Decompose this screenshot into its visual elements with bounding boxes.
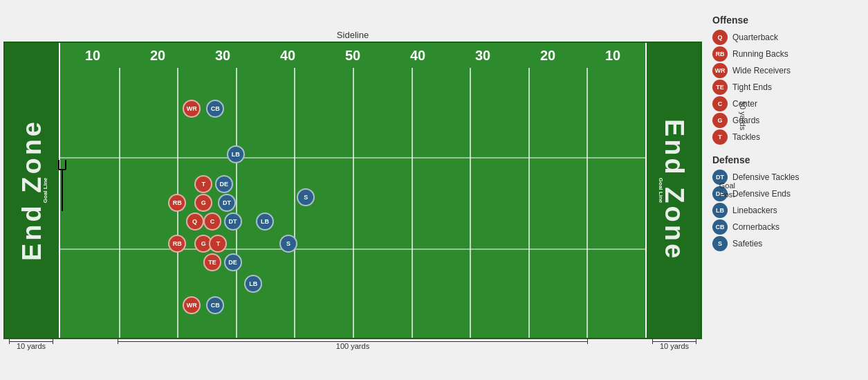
player-lb2: LB <box>256 212 274 230</box>
legend-circle-g: G <box>712 113 728 128</box>
bottom-label-10-right: 10 yards <box>660 342 689 350</box>
legend-label-s: Safeties <box>732 239 762 248</box>
player-wr2: WR <box>183 296 201 314</box>
legend-label-dt: Defensive Tackles <box>732 172 800 182</box>
field-bottom-labels: 10 yards 100 yards 10 yards <box>3 341 702 350</box>
legend-circle-wr: WR <box>712 63 728 78</box>
field-lines-area: WRCBLBTDERBGDTSQCDTLBRBGTSDETELBWRCB <box>60 68 645 338</box>
legend-item-c: C Center <box>712 96 837 111</box>
tick-line-right <box>652 341 696 342</box>
player-rb2: RB <box>168 235 186 253</box>
legend-item-cb: CB Cornerbacks <box>712 219 837 235</box>
end-zone-left: End Zone Goal Line <box>5 43 60 338</box>
yard-line-4 <box>294 68 295 338</box>
end-zone-right: Goal Line End Zone <box>645 43 701 338</box>
field-play-area: 10 20 30 40 50 40 30 20 10 <box>60 43 645 338</box>
yard-num-10b: 10 <box>589 48 636 64</box>
yard-num-10a: 10 <box>69 48 116 64</box>
player-lb3: LB <box>244 275 262 293</box>
bottom-10-right: 10 yards <box>647 341 702 350</box>
player-g1: G <box>194 194 212 212</box>
tick-line-center <box>118 341 588 342</box>
tick-line-left <box>9 341 53 342</box>
bottom-100: 100 yards <box>59 341 647 350</box>
field-wrapper: End Zone Goal Line 10 20 30 40 50 40 30 … <box>3 42 702 339</box>
field-section: Sideline End Zone Goal Line <box>3 30 702 350</box>
legend-item-wr: WR Wide Receivers <box>712 63 837 78</box>
legend-circle-rb: RB <box>712 46 728 62</box>
player-de2: DE <box>224 253 242 271</box>
yard-line-5 <box>353 68 354 338</box>
legend-circle-te: TE <box>712 80 728 95</box>
yard-line-1 <box>119 68 120 338</box>
yard-num-50: 50 <box>329 48 376 64</box>
legend: Offense Q Quarterback RB Running Backs W… <box>712 7 837 253</box>
player-t1: T <box>194 175 212 193</box>
player-te1: TE <box>203 253 221 271</box>
player-q1: Q <box>186 212 204 230</box>
legend-circle-t: T <box>712 129 728 145</box>
player-dt1: DT <box>218 194 236 212</box>
offense-legend: Q Quarterback RB Running Backs WR Wide R… <box>712 30 837 146</box>
player-dt2: DT <box>224 212 242 230</box>
player-rb1: RB <box>168 194 186 212</box>
player-lb1: LB <box>227 145 245 163</box>
player-t2: T <box>209 235 227 253</box>
legend-circle-lb: LB <box>712 203 728 218</box>
legend-circle-c: C <box>712 96 728 111</box>
legend-label-t: Tackles <box>732 132 760 142</box>
legend-label-te: Tight Ends <box>732 82 772 92</box>
main-container: Sideline End Zone Goal Line <box>0 0 868 380</box>
legend-label-q: Quarterback <box>732 33 778 42</box>
player-cb2: CB <box>206 296 224 314</box>
goal-line-left-label: Goal Line <box>41 178 48 203</box>
player-de1: DE <box>215 175 233 193</box>
end-zone-right-text: End Zone <box>659 119 689 261</box>
yard-num-30a: 30 <box>199 48 246 64</box>
yard-line-7 <box>470 68 471 338</box>
player-s1: S <box>297 188 315 206</box>
legend-circle-q: Q <box>712 30 728 45</box>
bottom-label-10-left: 10 yards <box>17 342 46 350</box>
50-yards-label: 50 yards <box>739 101 747 130</box>
legend-label-lb: Linebackers <box>732 206 777 215</box>
defense-title: Defense <box>712 154 837 165</box>
yard-num-20b: 20 <box>524 48 571 64</box>
legend-label-cb: Cornerbacks <box>732 222 779 232</box>
legend-label-wr: Wide Receivers <box>732 66 791 75</box>
yard-line-6 <box>412 68 413 338</box>
yard-numbers: 10 20 30 40 50 40 30 20 10 <box>60 43 645 68</box>
legend-circle-s: S <box>712 236 728 251</box>
player-s2: S <box>279 235 297 253</box>
legend-item-s: S Safeties <box>712 236 837 251</box>
legend-circle-cb: CB <box>712 219 728 235</box>
legend-item-q: Q Quarterback <box>712 30 837 45</box>
yard-num-40b: 40 <box>394 48 441 64</box>
legend-item-te: TE Tight Ends <box>712 80 837 95</box>
yard-num-40a: 40 <box>264 48 311 64</box>
football-field: End Zone Goal Line 10 20 30 40 50 40 30 … <box>3 42 702 339</box>
hash-top <box>60 157 645 159</box>
bottom-10-left: 10 yards <box>3 341 59 350</box>
sideline-label: Sideline <box>337 30 369 40</box>
legend-item-lb: LB Linebackers <box>712 203 837 218</box>
player-cb1: CB <box>206 100 224 118</box>
legend-item-rb: RB Running Backs <box>712 46 837 62</box>
yard-num-30b: 30 <box>459 48 506 64</box>
player-wr1: WR <box>183 100 201 118</box>
yard-num-20a: 20 <box>134 48 181 64</box>
goal-post-label: GoalPost <box>719 181 735 199</box>
legend-label-rb: Running Backs <box>732 49 788 59</box>
hash-bottom <box>60 248 645 250</box>
legend-item-t: T Tackles <box>712 129 837 145</box>
legend-item-g: G Guards <box>712 113 837 128</box>
yard-line-9 <box>587 68 588 338</box>
yard-line-8 <box>528 68 530 338</box>
legend-label-de: Defensive Ends <box>732 189 791 199</box>
player-c1: C <box>203 212 221 230</box>
offense-title: Offense <box>712 15 837 26</box>
bottom-label-100: 100 yards <box>336 342 369 350</box>
